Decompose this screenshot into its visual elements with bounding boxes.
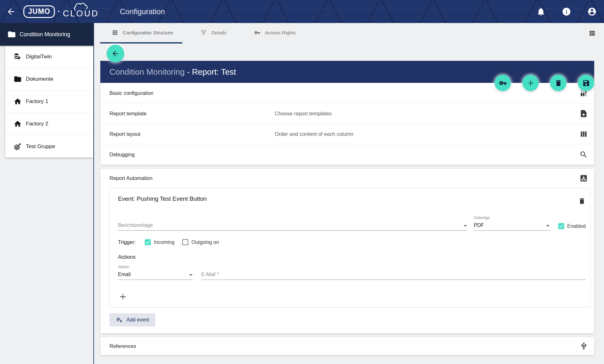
columns-icon[interactable] <box>579 130 588 138</box>
apps-grid-icon[interactable] <box>589 30 595 37</box>
note-add-icon[interactable] <box>579 109 588 118</box>
account-icon[interactable] <box>587 7 597 16</box>
back-arrow-icon <box>111 49 120 58</box>
datatype-block: Datentyp PDF <box>474 216 550 231</box>
tab-label: Details <box>211 30 226 36</box>
panel-fab-row <box>495 75 594 91</box>
row-references[interactable]: References <box>100 337 594 355</box>
key-icon <box>499 79 507 87</box>
key-icon <box>254 30 260 36</box>
row-report-layout[interactable]: Report layout Order and content of each … <box>100 124 594 144</box>
event-title: Event: Pushing Test Event Button <box>118 195 578 202</box>
event-config-row: Berichtsvorlage Datentyp PDF Enabled <box>118 216 586 231</box>
chevron-down-icon <box>189 274 192 276</box>
tab-access-rights[interactable]: Access Rights <box>242 23 305 43</box>
info-icon[interactable] <box>562 7 571 16</box>
tab-label: Configuration Structure <box>123 30 173 36</box>
folder-icon <box>14 75 22 83</box>
cloud-logo: CLOUD <box>63 3 99 21</box>
sidebar-item-label: Factory 1 <box>26 98 48 105</box>
sidebar-item-digitaltwin[interactable]: DigitalTwin <box>5 46 93 68</box>
row-label: Debugging <box>109 152 275 158</box>
app-bar: JUMO · CLOUD Configuration <box>0 0 604 23</box>
panel-title: Condition Monitoring - Report: Test <box>100 67 236 77</box>
sidebar-item-test-gruppe[interactable]: Test Gruppe <box>5 135 93 158</box>
tab-label: Access Rights <box>265 30 296 36</box>
sidebar-item-label: DigitalTwin <box>26 54 52 60</box>
sidebar-item-dokumente[interactable]: Dokumente <box>5 68 93 90</box>
row-label: References <box>109 343 580 349</box>
chevron-down-icon <box>546 225 549 227</box>
row-report-template[interactable]: Report template Choose report templates <box>100 103 594 124</box>
row-description: Choose report templates <box>275 111 579 117</box>
row-label: Report layout <box>109 131 275 137</box>
tab-details[interactable]: Details <box>189 23 236 43</box>
add-action-button[interactable] <box>119 292 127 301</box>
event-card: Event: Pushing Test Event Button Bericht… <box>109 188 590 308</box>
usb-icon[interactable] <box>580 342 588 350</box>
access-key-button[interactable] <box>495 75 511 91</box>
enabled-checkbox[interactable] <box>558 223 564 229</box>
row-label: Basic configuration <box>109 90 275 96</box>
cloud-icon <box>65 2 100 11</box>
import-icon[interactable] <box>579 174 588 182</box>
filter-icon <box>201 30 207 36</box>
enabled-option: Enabled <box>558 223 586 231</box>
email-input[interactable]: E-Mail * <box>201 272 586 280</box>
row-debugging[interactable]: Debugging <box>100 144 594 165</box>
playlist-add-icon <box>116 316 123 324</box>
report-automation-header: Report Automation <box>100 169 594 188</box>
add-event-button[interactable]: Add event <box>109 313 155 326</box>
delete-icon <box>554 79 562 87</box>
select-value: PDF <box>474 222 544 228</box>
tab-configuration-structure[interactable]: Configuration Structure <box>100 23 182 43</box>
search-icon[interactable] <box>579 150 588 159</box>
delete-event-icon[interactable] <box>578 197 586 205</box>
brand-separator: · <box>57 7 60 16</box>
configuration-card: Basic configuration Report template Choo… <box>100 83 594 165</box>
datatype-select[interactable]: PDF <box>474 222 550 231</box>
sidebar-item-label: Dokumente <box>26 76 53 82</box>
sidebar-item-label: Factory 2 <box>26 121 48 127</box>
notifications-bell-icon[interactable] <box>536 7 546 16</box>
sidebar-item-factory-2[interactable]: Factory 2 <box>5 113 93 135</box>
home-icon <box>14 120 22 128</box>
sidebar-list: DigitalTwin Dokumente Factory 1 Factory … <box>5 46 93 158</box>
row-description: Order and content of each column <box>275 131 579 137</box>
main-area: Configuration Structure Details Access R… <box>95 23 604 364</box>
enabled-label: Enabled <box>567 223 586 229</box>
chevron-down-icon <box>464 225 467 227</box>
report-automation-card: Report Automation Event: Pushing Test Ev… <box>100 169 594 333</box>
report-template-select[interactable]: Berichtsvorlage <box>118 222 467 231</box>
references-card: References <box>100 337 594 355</box>
grid-icon <box>112 30 118 36</box>
save-button[interactable] <box>578 75 594 91</box>
delete-button[interactable] <box>550 75 566 91</box>
add-button[interactable] <box>522 75 539 91</box>
outgoing-label: Outgoing on <box>191 240 219 245</box>
title-panel: Condition Monitoring - Report: Test <box>100 61 594 83</box>
panel-title-prefix: Condition Monitoring <box>109 67 185 77</box>
incoming-label: Incoming <box>154 240 174 245</box>
page-title: Configuration <box>120 7 165 16</box>
save-icon <box>582 79 590 87</box>
outgoing-checkbox[interactable] <box>182 239 188 245</box>
action-select[interactable]: Email <box>118 272 193 280</box>
jumo-logo: JUMO <box>23 5 55 18</box>
back-arrow-icon[interactable] <box>6 7 16 16</box>
back-fab-button[interactable] <box>107 45 124 62</box>
app-bar-actions <box>536 0 597 23</box>
add-event-label: Add event <box>126 317 149 323</box>
trigger-label: Trigger: <box>118 239 136 245</box>
event-header: Event: Pushing Test Event Button <box>118 195 586 205</box>
incoming-checkbox[interactable] <box>145 239 151 245</box>
select-value: Berichtsvorlage <box>118 222 461 228</box>
actions-title: Actions <box>118 254 586 260</box>
trigger-row: Trigger: Incoming Outgoing on <box>118 239 586 245</box>
plus-icon <box>527 79 535 87</box>
sidebar-item-condition-monitoring[interactable]: Condition Monitoring <box>0 23 93 46</box>
sidebar-item-factory-1[interactable]: Factory 1 <box>5 90 93 113</box>
tab-bar: Configuration Structure Details Access R… <box>95 23 604 43</box>
row-label: Report template <box>109 111 275 117</box>
content-area: Condition Monitoring - Report: Test <box>95 43 604 364</box>
